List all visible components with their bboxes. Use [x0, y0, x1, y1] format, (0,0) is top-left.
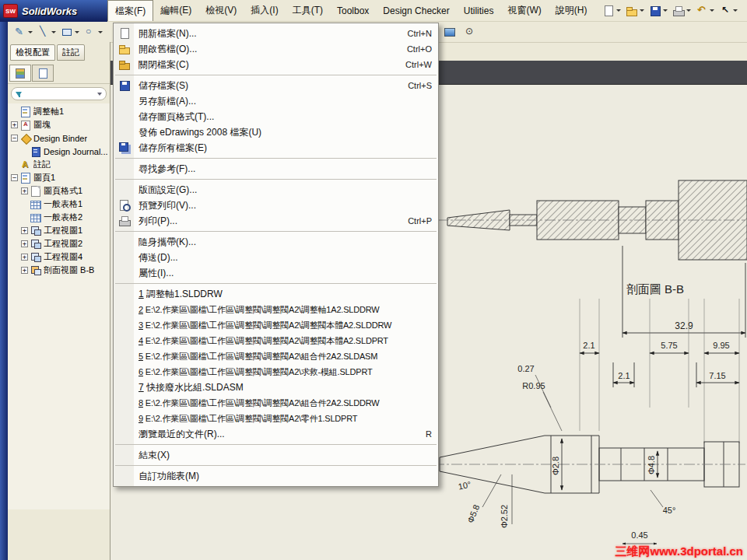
filter-funnel-stem [19, 94, 20, 97]
menu-separator [115, 283, 437, 284]
file-menu-item[interactable]: 結束(X) [114, 447, 438, 463]
tree-item[interactable]: +剖面視圖 B-B [9, 264, 110, 277]
line-tool-button[interactable] [36, 23, 58, 40]
tree-item[interactable]: +工程視圖4 [9, 250, 110, 264]
file-menu-item[interactable]: 9 E:\2.作業區\圖檔\工作區\調整閥\調整閥A2\零件1.SLDPRT [114, 411, 438, 426]
tree-item[interactable]: −Design Binder [9, 131, 110, 145]
dropdown-caret-icon [640, 9, 644, 12]
menu-separator [115, 158, 437, 159]
feature-tree-icon [16, 68, 25, 79]
menubar-item[interactable]: 視窗(W) [500, 0, 548, 21]
commandmanager-tabs: 檢視配置 註記 [8, 42, 110, 62]
expand-plus-icon[interactable]: + [21, 254, 28, 261]
print-button[interactable] [671, 2, 693, 19]
file-menu-item[interactable]: 2 E:\2.作業區\圖檔\工作區\調整閥\調整閥A2\調整軸1A2.SLDDR… [114, 302, 438, 317]
file-menu-item[interactable]: 儲存所有檔案(E) [114, 140, 438, 156]
expand-plus-icon[interactable]: + [11, 121, 18, 128]
line-icon [37, 26, 50, 38]
expand-plus-icon[interactable]: + [21, 227, 28, 234]
tree-item-label: Design Journal... [44, 147, 108, 156]
menu-item-label: 儲存所有檔案(E) [134, 142, 424, 155]
file-menu-item[interactable]: 發佈 eDrawings 2008 檔案(U) [114, 124, 438, 140]
file-menu-item[interactable]: 4 E:\2.作業區\圖檔\工作區\調整閥\調整閥A2\調整閥本體A2.SLDP… [114, 333, 438, 348]
expand-minus-icon[interactable]: − [11, 174, 18, 181]
file-menu-item[interactable]: 儲存檔案(S)Ctrl+S [114, 78, 438, 93]
file-menu-item[interactable]: 儲存圖頁格式(T)... [114, 109, 438, 124]
file-menu-item[interactable]: 預覽列印(V)... [114, 198, 438, 213]
file-menu-item[interactable]: 開啟舊檔(O)...Ctrl+O [114, 41, 438, 57]
file-menu-item[interactable]: 3 E:\2.作業區\圖檔\工作區\調整閥\調整閥A2\調整閥本體A2.SLDD… [114, 317, 438, 333]
file-menu-item[interactable]: 自訂功能表(M) [114, 468, 438, 484]
tree-item[interactable]: +圖塊 [9, 118, 110, 131]
menu-item-label: 屬性(I)... [134, 267, 424, 280]
section-icon [30, 265, 41, 276]
tree-item[interactable]: 一般表格2 [9, 211, 110, 224]
tree-item[interactable]: 一般表格1 [9, 198, 110, 211]
file-menu-item[interactable]: 版面設定(G)... [114, 182, 438, 198]
file-menu-item[interactable]: 5 E:\2.作業區\圖檔\工作區\調整閥\調整閥A2\組合件2A2.SLDAS… [114, 348, 438, 364]
open-document-button[interactable] [624, 2, 646, 19]
dropdown-caret-icon [51, 31, 56, 33]
menubar-item[interactable]: 插入(I) [244, 0, 285, 21]
view-icon [30, 226, 41, 236]
file-menu-item[interactable]: 瀏覽最近的文件(R)...R [114, 426, 438, 442]
new-icon [602, 5, 615, 17]
featuremanager-tree-tab[interactable] [9, 65, 31, 82]
menu-item-shortcut: Ctrl+W [398, 60, 432, 69]
sketch-button[interactable] [12, 23, 34, 40]
select-pointer-button[interactable] [717, 2, 739, 19]
file-menu-item[interactable]: 另存新檔(A)... [114, 93, 438, 109]
file-menu-item[interactable]: 關閉檔案(C)Ctrl+W [114, 57, 438, 72]
menubar-item[interactable]: 說明(H) [549, 0, 594, 21]
dropdown-caret-icon [686, 9, 691, 12]
titlebar: SW SolidWorks 檔案(F)編輯(E)檢視(V)插入(I)工具(T)T… [0, 0, 747, 22]
file-menu-item[interactable]: 尋找參考(F)... [114, 161, 438, 177]
file-menu-item[interactable]: 8 E:\2.作業區\圖檔\工作區\調整閥\調整閥A2\組合件2A2.SLDDR… [114, 395, 438, 411]
titlebar-toolbar [601, 0, 747, 21]
undo-button[interactable] [694, 2, 716, 19]
tree-filter-bar[interactable] [11, 87, 107, 100]
tree-item[interactable]: +工程視圖1 [9, 224, 110, 237]
rectangle-tool-button[interactable] [59, 23, 81, 40]
menu-item-label: 隨身攜帶(K)... [134, 236, 424, 249]
tab-annotation[interactable]: 註記 [57, 44, 85, 61]
tree-item[interactable]: −圖頁1 [9, 171, 110, 184]
new-document-button[interactable] [601, 2, 622, 19]
menubar-item[interactable]: 檔案(F) [107, 0, 153, 21]
menu-separator [115, 465, 437, 466]
menubar-item[interactable]: 工具(T) [286, 0, 330, 21]
circle-tool-button[interactable] [82, 23, 104, 40]
image-tool-button[interactable] [440, 23, 459, 40]
file-menu-item[interactable]: 1 調整軸1.SLDDRW [114, 286, 438, 302]
tree-item[interactable]: 調整軸1 [9, 105, 110, 118]
file-menu-item[interactable]: 列印(P)...Ctrl+P [114, 213, 438, 229]
tree-item[interactable]: Design Journal... [9, 145, 110, 158]
target-icon [464, 26, 476, 38]
expand-plus-icon[interactable]: + [21, 187, 28, 194]
file-menu-item[interactable]: 開新檔案(N)...Ctrl+N [114, 26, 438, 41]
tab-view-layout[interactable]: 檢視配置 [10, 44, 55, 61]
file-menu-item[interactable]: 6 E:\2.作業區\圖檔\工作區\調整閥\調整閥A2\求救-模組.SLDPRT [114, 364, 438, 380]
menubar-item[interactable]: Design Checker [376, 0, 456, 21]
file-menu-item[interactable]: 傳送(D)... [114, 250, 438, 265]
file-menu-item[interactable]: 屬性(I)... [114, 265, 438, 281]
target-tool-button[interactable] [461, 23, 479, 40]
menubar-item[interactable]: 編輯(E) [153, 0, 198, 21]
file-menu-dropdown: 開新檔案(N)...Ctrl+N開啟舊檔(O)...Ctrl+O關閉檔案(C)C… [113, 23, 439, 487]
tree-item[interactable]: 註記 [9, 158, 110, 171]
expand-minus-icon[interactable]: − [11, 135, 18, 142]
save-button[interactable] [647, 2, 669, 19]
file-menu-item[interactable]: 7 快接廢水比組.SLDASM [114, 380, 438, 395]
expand-plus-icon[interactable]: + [21, 240, 28, 247]
file-menu-item[interactable]: 隨身攜帶(K)... [114, 234, 438, 250]
new-icon [118, 27, 131, 40]
menubar-item[interactable]: 檢視(V) [198, 0, 244, 21]
menubar-item[interactable]: Utilities [457, 0, 501, 21]
menubar-item[interactable]: Toolbox [330, 0, 376, 21]
expand-plus-icon[interactable]: + [21, 267, 28, 274]
tree-item[interactable]: +工程視圖2 [9, 237, 110, 250]
tree-item[interactable]: +圖頁格式1 [9, 184, 110, 198]
menu-item-label: 預覽列印(V)... [134, 199, 424, 212]
menu-item-label: 7 快接廢水比組.SLDASM [134, 381, 424, 394]
propertymanager-tab[interactable] [32, 65, 54, 82]
